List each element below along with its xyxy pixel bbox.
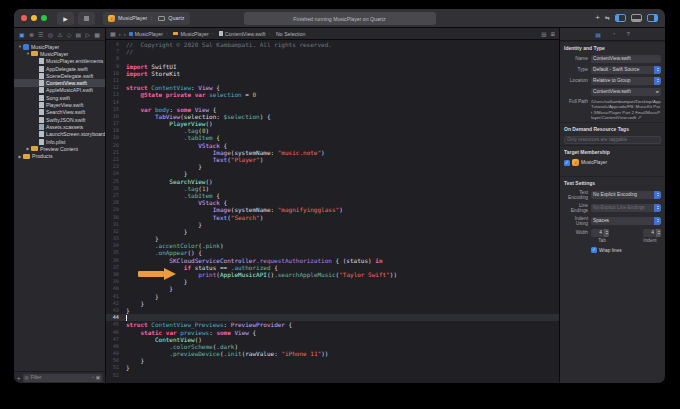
stepper-arrows-icon[interactable] — [656, 229, 661, 237]
indent-width-stepper[interactable]: 4 — [643, 229, 661, 237]
code-line-42[interactable]: 42 } — [106, 300, 559, 307]
location-dropdown[interactable]: Relative to Group — [591, 77, 661, 85]
breadcrumb-item[interactable]: No Selection — [276, 31, 305, 37]
code-line-48[interactable]: 48 .colorScheme(.dark) — [106, 343, 559, 350]
code-line-43[interactable]: 43} — [106, 307, 559, 314]
code-line-17[interactable]: 17 PlayerView() — [106, 120, 559, 127]
code-line-13[interactable]: 13 @State private var selection = 0 — [106, 91, 559, 98]
code-line-18[interactable]: 18 .tag(0) — [106, 127, 559, 134]
code-line-24[interactable]: 24 } — [106, 170, 559, 177]
breadcrumb-item[interactable]: MusicPlayer — [180, 31, 208, 37]
quick-help-inspector-icon[interactable]: ? — [626, 31, 629, 37]
breadcrumb-item[interactable]: MusicPlayer — [135, 31, 163, 37]
debug-navigator-icon[interactable]: ▤ — [76, 31, 82, 38]
related-items-icon[interactable]: ▦ — [110, 30, 116, 37]
tree-item-playerview-swift[interactable]: PlayerView.swift — [14, 101, 105, 108]
code-line-51[interactable]: 51} — [106, 364, 559, 371]
run-button[interactable]: ▶ — [57, 12, 74, 25]
add-editor-button[interactable]: ⊞ — [550, 31, 555, 37]
code-line-31[interactable]: 31 } — [106, 221, 559, 228]
tree-item-song-swift[interactable]: Song.swift — [14, 94, 105, 101]
filter-field[interactable]: ◎ Filter ◔ ▣ — [23, 374, 102, 382]
find-navigator-icon[interactable]: ◎ — [48, 31, 53, 38]
code-line-33[interactable]: 33 } — [106, 235, 559, 242]
test-navigator-icon[interactable]: ◇ — [67, 31, 72, 38]
code-area[interactable]: 6// Copyright © 2020 Sal Kambampati. All… — [106, 40, 559, 383]
toggle-inspector-button[interactable] — [647, 14, 658, 22]
code-line-19[interactable]: 19 .tabItem { — [106, 134, 559, 141]
line-endings-dropdown[interactable]: No Explicit Line Endings — [591, 204, 661, 212]
tree-item-searchview-swift[interactable]: SearchView.swift — [14, 109, 105, 116]
breadcrumb-item[interactable]: ContentView.swift — [225, 31, 266, 37]
code-line-32[interactable]: 32 } — [106, 228, 559, 235]
file-inspector-icon[interactable]: ▤ — [595, 31, 601, 38]
code-line-10[interactable]: 10import StoreKit — [106, 70, 559, 77]
forward-button[interactable]: › — [124, 31, 126, 37]
toggle-debug-area-button[interactable] — [631, 14, 642, 22]
tree-item-musicplayer[interactable]: ▼MusicPlayer — [14, 50, 105, 57]
code-line-7[interactable]: 7// — [106, 48, 559, 55]
checkbox-checked-icon[interactable]: ✓ — [591, 247, 597, 253]
project-navigator-icon[interactable]: ▣ — [19, 31, 25, 38]
type-dropdown[interactable]: Default - Swift Source — [591, 66, 661, 74]
library-button[interactable]: + — [595, 14, 600, 22]
code-line-34[interactable]: 34 .accentColor(.pink) — [106, 242, 559, 249]
tree-item-info-plist[interactable]: Info.plist — [14, 138, 105, 145]
folder-icon[interactable]: ▰ — [656, 89, 659, 94]
code-line-30[interactable]: 30 Text("Search") — [106, 214, 559, 221]
tree-item-products[interactable]: ▶Products — [14, 152, 105, 159]
tree-item-contentview-swift[interactable]: ContentView.swift — [14, 79, 105, 86]
code-line-23[interactable]: 23 } — [106, 163, 559, 170]
tab-width-stepper[interactable]: 4 — [591, 229, 609, 237]
editor-options-button[interactable]: ▤ — [541, 31, 546, 37]
editor-layout-button[interactable]: ⇆ — [605, 15, 610, 21]
tree-item-appdelegate-swift[interactable]: AppDelegate.swift — [14, 65, 105, 72]
source-control-navigator-icon[interactable]: ⊗ — [29, 31, 34, 38]
code-line-15[interactable]: 15 var body: some View { — [106, 106, 559, 113]
indent-using-dropdown[interactable]: Spaces — [591, 217, 661, 225]
tree-item-musicplayer-entitlements[interactable]: MusicPlayer.entitlements — [14, 58, 105, 65]
code-line-21[interactable]: 21 Image(systemName: "music.note") — [106, 149, 559, 156]
code-line-28[interactable]: 28 VStack { — [106, 199, 559, 206]
code-line-46[interactable]: 46 static var previews: some View { — [106, 329, 559, 336]
code-line-50[interactable]: 50 } — [106, 357, 559, 364]
tree-item-assets-xcassets[interactable]: Assets.xcassets — [14, 123, 105, 130]
issue-navigator-icon[interactable]: ⚠ — [57, 31, 62, 38]
scheme-selector[interactable]: ♪ MusicPlayer 〉 Quartz — [103, 12, 190, 25]
toggle-navigator-button[interactable] — [615, 14, 626, 22]
code-line-40[interactable]: 40 } — [106, 285, 559, 292]
code-line-47[interactable]: 47 ContentView() — [106, 336, 559, 343]
minimize-window-button[interactable] — [31, 15, 37, 21]
checkbox-checked-icon[interactable]: ✓ — [564, 160, 570, 166]
breakpoint-navigator-icon[interactable]: ▷ — [85, 31, 90, 38]
history-inspector-icon[interactable]: ◔ — [612, 31, 616, 37]
code-line-12[interactable]: 12struct ContentView: View { — [106, 84, 559, 91]
stop-button[interactable] — [78, 12, 95, 25]
code-line-36[interactable]: 36 SKCloudServiceController.requestAutho… — [106, 257, 559, 264]
close-window-button[interactable] — [21, 15, 27, 21]
code-line-35[interactable]: 35 .onAppear() { — [106, 249, 559, 256]
code-line-6[interactable]: 6// Copyright © 2020 Sal Kambampati. All… — [106, 41, 559, 48]
tree-item-scenedelegate-swift[interactable]: SceneDelegate.swift — [14, 72, 105, 79]
code-line-14[interactable]: 14 — [106, 99, 559, 106]
tree-item-musicplayer[interactable]: ▼MusicPlayer — [14, 43, 105, 50]
code-line-16[interactable]: 16 TabView(selection: $selection) { — [106, 113, 559, 120]
code-line-11[interactable]: 11 — [106, 77, 559, 84]
stepper-arrows-icon[interactable] — [604, 229, 609, 237]
code-line-49[interactable]: 49 .previewDevice(.init(rawValue: "iPhon… — [106, 350, 559, 357]
report-navigator-icon[interactable]: ▦ — [94, 31, 100, 38]
file-location-field[interactable]: ContentView.swift▰ — [591, 88, 661, 96]
code-line-25[interactable]: 25 SearchView() — [106, 178, 559, 185]
tree-item-launchscreen-storyboard[interactable]: LaunchScreen.storyboard — [14, 131, 105, 138]
source-control-status-icon[interactable]: ▣ — [96, 375, 100, 380]
code-line-44[interactable]: 44 — [106, 314, 559, 321]
code-line-20[interactable]: 20 VStack { — [106, 142, 559, 149]
tree-item-preview-content[interactable]: ▶Preview Content — [14, 145, 105, 152]
code-line-41[interactable]: 41 } — [106, 293, 559, 300]
tree-item-applemusicapi-swift[interactable]: AppleMusicAPI.swift — [14, 87, 105, 94]
target-membership-row[interactable]: ✓ ♪ MusicPlayer — [564, 159, 661, 166]
add-file-button[interactable]: + — [17, 375, 21, 381]
zoom-window-button[interactable] — [41, 15, 47, 21]
back-button[interactable]: ‹ — [119, 31, 121, 37]
open-path-arrow-icon[interactable]: ➚ — [638, 114, 642, 120]
